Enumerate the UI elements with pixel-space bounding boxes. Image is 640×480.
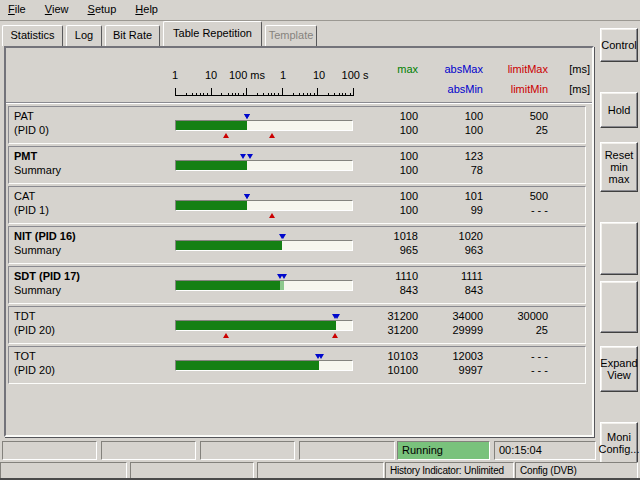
status-field-empty: [200, 441, 295, 460]
value-max: 31200: [358, 310, 418, 322]
tab-statistics[interactable]: Statistics: [2, 25, 63, 46]
absmax-marker: [318, 354, 324, 359]
repetition-bar-trough: [175, 280, 353, 291]
value-absmin: 9997: [423, 364, 483, 376]
row-name: NIT (PID 16): [14, 230, 76, 242]
footer-field-empty: [257, 462, 384, 479]
row-name: SDT (PID 17): [14, 270, 80, 282]
limitmax-marker: [269, 133, 275, 138]
menu-view[interactable]: View: [37, 0, 77, 20]
footer-field-empty: [0, 462, 127, 479]
value-absmax: 1111: [423, 270, 483, 282]
app-window: { "menu": { "items": [ { "accel": "F", "…: [0, 0, 640, 480]
absmin-marker: [240, 154, 246, 159]
status-field-empty: [101, 441, 196, 460]
value-absmin: 963: [423, 244, 483, 256]
row-name: CAT: [14, 190, 35, 202]
value-max: 1110: [358, 270, 418, 282]
col-header-absmax: absMax: [423, 63, 483, 75]
value-absmin: 99: [423, 204, 483, 216]
value-min: 100: [358, 124, 418, 136]
tab-bar: Statistics Log Bit Rate Table Repetition…: [2, 21, 594, 46]
table-header: 1 10 100 ms 1 10 100 s max absMax limitM…: [6, 48, 592, 103]
repetition-bar-trough: [175, 320, 353, 331]
value-max: 100: [358, 190, 418, 202]
menu-file[interactable]: File: [0, 0, 34, 20]
absmax-marker: [244, 114, 250, 119]
tab-table-repetition[interactable]: Table Repetition: [163, 21, 262, 46]
value-absmax: 101: [423, 190, 483, 202]
tab-log[interactable]: Log: [66, 25, 102, 46]
expand-view-button[interactable]: Expand View: [600, 346, 638, 392]
value-min: 31200: [358, 324, 418, 336]
hold-button[interactable]: Hold: [600, 92, 638, 128]
row-subtitle: (PID 20): [14, 324, 55, 336]
tab-bit-rate[interactable]: Bit Rate: [105, 25, 160, 46]
value-min: 10100: [358, 364, 418, 376]
value-max: 10103: [358, 350, 418, 362]
limitmax-marker: [332, 333, 338, 338]
repetition-bar-fill: [176, 241, 282, 250]
limitmax-marker: [269, 213, 275, 218]
value-min: 100: [358, 164, 418, 176]
col-header-absmin: absMin: [423, 83, 483, 95]
table-row: PMT Summary 100 123 100 78: [8, 146, 586, 184]
footer-field-empty: [130, 462, 254, 479]
absmax-marker: [334, 314, 340, 319]
config-field: Config (DVB): [515, 462, 638, 479]
table-row: SDT (PID 17) Summary 1110 1111 843 843: [8, 266, 586, 304]
value-limitmax: 30000: [488, 310, 548, 322]
value-absmin: 29999: [423, 324, 483, 336]
table-row: TOT (PID 20) 10103 12003 - - - 10100 999…: [8, 346, 586, 384]
repetition-bar-trough: [175, 200, 353, 211]
value-absmin: 78: [423, 164, 483, 176]
value-limitmin: 25: [488, 324, 548, 336]
row-subtitle: Summary: [14, 164, 61, 176]
blank-softkey-button[interactable]: [600, 222, 638, 275]
repetition-bar-minmax-tip: [280, 281, 284, 290]
limitmin-marker: [223, 333, 229, 338]
row-name: TDT: [14, 310, 35, 322]
table-row: TDT (PID 20) 31200 34000 30000 31200 299…: [8, 306, 586, 344]
value-limitmin: - - -: [488, 364, 548, 376]
row-subtitle: (PID 0): [14, 124, 49, 136]
value-absmax: 12003: [423, 350, 483, 362]
reset-min-max-button[interactable]: Reset min max: [600, 142, 638, 192]
table-row: NIT (PID 16) Summary 1018 1020 965 963: [8, 226, 586, 264]
value-absmax: 34000: [423, 310, 483, 322]
table-row: PAT (PID 0) 100 100 500 100 100 25: [8, 106, 586, 144]
table-row: CAT (PID 1) 100 101 500 100 99 - - -: [8, 186, 586, 224]
running-status-field: Running: [397, 441, 490, 460]
table-rows: PAT (PID 0) 100 100 500 100 100 25 PMT S…: [8, 106, 590, 386]
value-limitmax: 500: [488, 190, 548, 202]
menu-help[interactable]: Help: [127, 0, 166, 20]
value-absmin: 843: [423, 284, 483, 296]
control-button[interactable]: Control: [600, 28, 638, 62]
col-header-unit: [ms]: [553, 63, 590, 75]
menu-bar: File View Setup Help: [0, 0, 640, 21]
row-subtitle: (PID 1): [14, 204, 49, 216]
value-limitmax: 500: [488, 110, 548, 122]
status-field-empty: [2, 441, 97, 460]
moni-config-button[interactable]: Moni Config...: [600, 422, 638, 464]
repetition-bar-fill: [176, 161, 247, 170]
menu-setup[interactable]: Setup: [80, 0, 125, 20]
elapsed-time-field: 00:15:04: [494, 441, 596, 460]
blank-softkey-button[interactable]: [600, 281, 638, 333]
absmax-marker: [244, 194, 250, 199]
repetition-bar-trough: [175, 240, 353, 251]
value-limitmin: - - -: [488, 204, 548, 216]
repetition-bar-trough: [175, 120, 353, 131]
value-max: 1018: [358, 230, 418, 242]
value-min: 100: [358, 204, 418, 216]
repetition-bar-fill: [176, 201, 247, 210]
absmax-marker: [247, 154, 253, 159]
row-name: PAT: [14, 110, 34, 122]
limitmin-marker: [223, 133, 229, 138]
col-header-unit: [ms]: [553, 83, 590, 95]
row-subtitle: Summary: [14, 284, 61, 296]
value-max: 100: [358, 110, 418, 122]
col-header-limitmin: limitMin: [488, 83, 548, 95]
col-header-max: max: [358, 63, 418, 75]
row-name: PMT: [14, 150, 37, 162]
